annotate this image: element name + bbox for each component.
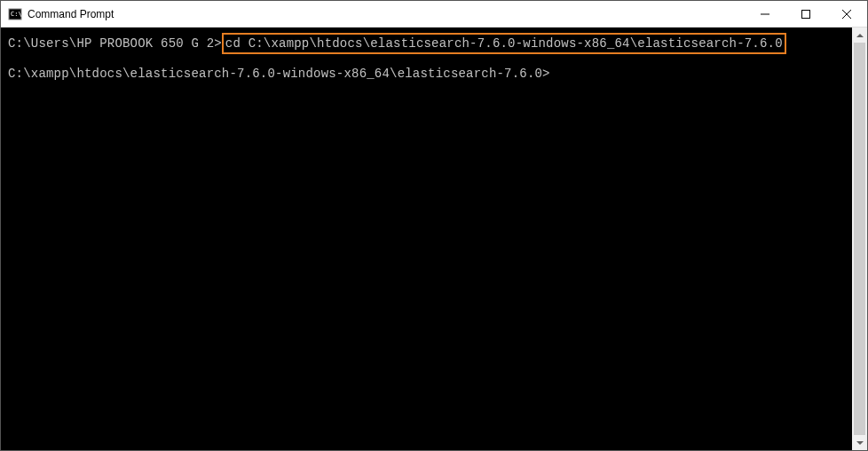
content-area: C:\Users\HP PROBOOK 650 G 2>cd C:\xampp\…	[1, 28, 867, 450]
vertical-scrollbar[interactable]	[852, 28, 867, 450]
window-controls	[745, 1, 867, 27]
terminal-output[interactable]: C:\Users\HP PROBOOK 650 G 2>cd C:\xampp\…	[1, 28, 852, 450]
scroll-track[interactable]	[852, 43, 867, 435]
scroll-thumb[interactable]	[854, 43, 865, 435]
maximize-button[interactable]	[785, 1, 826, 27]
terminal-line: C:\xampp\htdocs\elasticsearch-7.6.0-wind…	[8, 65, 852, 83]
app-icon: C:\	[8, 7, 22, 21]
titlebar[interactable]: C:\ Command Prompt	[1, 1, 867, 28]
prompt-text: C:\Users\HP PROBOOK 650 G 2>	[8, 36, 222, 51]
prompt-text: C:\xampp\htdocs\elasticsearch-7.6.0-wind…	[8, 67, 550, 81]
command-text: cd C:\xampp\htdocs\elasticsearch-7.6.0-w…	[225, 36, 783, 51]
highlighted-command: cd C:\xampp\htdocs\elasticsearch-7.6.0-w…	[222, 33, 786, 54]
scroll-up-arrow-icon[interactable]	[852, 28, 867, 43]
scroll-down-arrow-icon[interactable]	[852, 435, 867, 450]
minimize-button[interactable]	[745, 1, 785, 27]
svg-text:C:\: C:\	[11, 11, 22, 18]
window-title: Command Prompt	[28, 8, 745, 20]
svg-rect-3	[802, 10, 810, 18]
terminal-line: C:\Users\HP PROBOOK 650 G 2>cd C:\xampp\…	[8, 35, 852, 52]
svg-marker-7	[856, 441, 864, 445]
command-prompt-window: C:\ Command Prompt C:\Users\HP PROBOOK 6…	[0, 0, 868, 451]
close-button[interactable]	[826, 1, 867, 27]
svg-marker-6	[856, 34, 864, 37]
